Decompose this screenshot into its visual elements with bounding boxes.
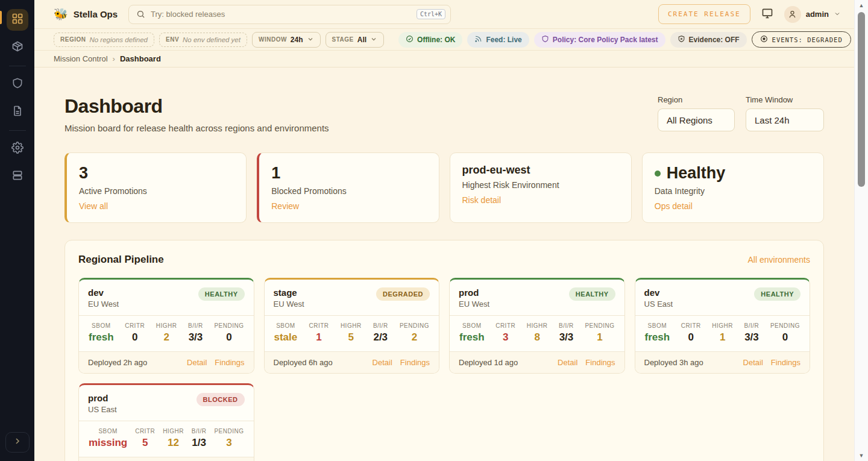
sidebar-item-dashboard[interactable] <box>7 9 28 31</box>
sidebar-item-releases[interactable] <box>7 37 28 58</box>
sbom-value: stale <box>274 331 298 343</box>
critr-value: 3 <box>495 331 515 343</box>
deployed-text: Deployed 2h ago <box>88 358 147 367</box>
check-circle-icon <box>406 35 414 45</box>
all-environments-link[interactable]: All environments <box>748 255 811 265</box>
breadcrumb-dashboard: Dashboard <box>120 54 161 63</box>
region-context-chip[interactable]: REGION No regions defined <box>54 33 154 47</box>
metric-label: PENDING <box>585 322 614 329</box>
ops-detail-link[interactable]: Ops detail <box>655 201 693 211</box>
metric-label: B/I/R <box>188 322 203 329</box>
policy-status-pill[interactable]: Policy: Core Policy Pack latest <box>534 32 665 48</box>
highr-value: 2 <box>156 331 177 343</box>
evidence-status-pill[interactable]: Evidence: OFF <box>670 32 747 48</box>
metric-label: CRITR <box>309 322 329 329</box>
highr-value: 1 <box>712 331 733 343</box>
metric-label: HIGHR <box>712 322 733 329</box>
region-name: EU West <box>459 299 489 309</box>
feed-status-pill[interactable]: Feed: Live <box>467 32 529 48</box>
bee-logo-icon: 🐝 <box>54 7 68 21</box>
detail-link[interactable]: Detail <box>373 358 392 367</box>
findings-link[interactable]: Findings <box>585 358 615 367</box>
metric-label: B/I/R <box>744 322 760 329</box>
top-header: 🐝 Stella Ops Ctrl+K CREATE RELEASE admin <box>34 0 854 29</box>
shield-x-icon <box>678 35 685 45</box>
metric-label: PENDING <box>214 322 244 329</box>
pipeline-card-prod-us-east: prod US East BLOCKED SBOMmissing CRITR5 … <box>78 383 254 461</box>
region-filter-select[interactable]: All Regions <box>658 108 735 131</box>
search-input[interactable] <box>151 10 411 19</box>
stage-chip-value: All <box>357 36 366 44</box>
sidebar-item-infrastructure[interactable] <box>7 166 28 187</box>
feed-status-text: Feed: Live <box>486 36 521 44</box>
page-scrollbar[interactable]: ▲ ▼ <box>854 0 868 461</box>
stat-label: Blocked Promotions <box>271 186 426 196</box>
region-name: EU West <box>88 299 119 309</box>
app-logo[interactable]: 🐝 Stella Ops <box>54 7 118 21</box>
pipeline-card-dev-eu-west: dev EU West HEALTHY SBOMfresh CRITR0 HIG… <box>78 278 254 374</box>
search-icon <box>136 10 145 19</box>
view-all-link[interactable]: View all <box>79 201 108 211</box>
rss-icon <box>474 35 482 45</box>
env-name: stage <box>274 287 304 298</box>
stat-label: Active Promotions <box>79 186 234 196</box>
server-stack-icon <box>11 169 24 184</box>
detail-link[interactable]: Detail <box>558 358 577 367</box>
display-mode-button[interactable] <box>761 7 773 22</box>
global-search[interactable]: Ctrl+K <box>128 5 451 24</box>
gear-icon <box>11 142 24 156</box>
package-icon <box>11 40 24 55</box>
critr-value: 0 <box>681 331 701 343</box>
search-shortcut-badge: Ctrl+K <box>417 9 445 19</box>
stat-value: Healthy <box>667 164 726 183</box>
region-name: EU West <box>274 299 304 309</box>
bir-value: 1/3 <box>192 437 207 449</box>
review-link[interactable]: Review <box>271 201 299 211</box>
highr-value: 5 <box>341 331 362 343</box>
findings-link[interactable]: Findings <box>400 358 430 367</box>
highr-value: 8 <box>527 331 548 343</box>
metric-label: SBOM <box>459 322 485 329</box>
metric-label: SBOM <box>645 322 670 329</box>
metric-label: PENDING <box>214 428 244 434</box>
stat-label: Data Integrity <box>655 186 811 196</box>
metric-label: SBOM <box>274 322 298 329</box>
env-name: dev <box>88 287 119 298</box>
breadcrumb-mission-control[interactable]: Mission Control <box>54 54 108 63</box>
sidebar-item-documents[interactable] <box>7 101 28 123</box>
risk-detail-link[interactable]: Risk detail <box>462 195 502 205</box>
scrollbar-thumb[interactable] <box>858 12 865 187</box>
window-chip-value: 24h <box>291 36 303 44</box>
create-release-button[interactable]: CREATE RELEASE <box>658 4 750 24</box>
region-filter-value: All Regions <box>667 115 712 125</box>
deployed-text: Deployed 3h ago <box>644 358 703 367</box>
metric-label: HIGHR <box>163 428 184 434</box>
metric-label: PENDING <box>400 322 429 329</box>
window-context-dropdown[interactable]: WINDOW 24h <box>252 32 321 48</box>
sidebar-item-security[interactable] <box>7 74 28 95</box>
monitor-icon <box>761 7 773 22</box>
pipeline-card-stage-eu-west: stage EU West DEGRADED SBOMstale CRITR1 … <box>264 278 440 374</box>
sbom-value: fresh <box>645 331 670 343</box>
metric-label: SBOM <box>89 322 114 329</box>
detail-link[interactable]: Detail <box>187 358 207 367</box>
stat-card-data-integrity: Healthy Data Integrity Ops detail <box>642 152 824 223</box>
bir-value: 3/3 <box>559 331 574 343</box>
stage-context-dropdown[interactable]: STAGE All <box>326 32 385 48</box>
detail-link[interactable]: Detail <box>743 358 763 367</box>
findings-link[interactable]: Findings <box>215 358 244 367</box>
regional-pipeline-title: Regional Pipeline <box>78 254 164 266</box>
user-menu[interactable]: admin <box>784 6 841 23</box>
scroll-down-arrow[interactable]: ▼ <box>855 453 868 459</box>
offline-status-pill[interactable]: Offline: OK <box>398 32 462 48</box>
time-window-filter-value: Last 24h <box>755 115 790 125</box>
sidebar-expand-button[interactable] <box>5 432 30 453</box>
regional-pipeline-panel: Regional Pipeline All environments dev E… <box>64 240 824 461</box>
env-context-chip[interactable]: ENV No env defined yet <box>159 33 247 47</box>
sidebar-item-settings[interactable] <box>7 138 28 160</box>
scroll-up-arrow[interactable]: ▲ <box>855 2 868 8</box>
status-badge: HEALTHY <box>569 287 615 301</box>
findings-link[interactable]: Findings <box>771 358 800 367</box>
time-window-filter-select[interactable]: Last 24h <box>746 108 824 131</box>
events-degraded-badge[interactable]: EVENTS: DEGRADED <box>752 31 851 48</box>
